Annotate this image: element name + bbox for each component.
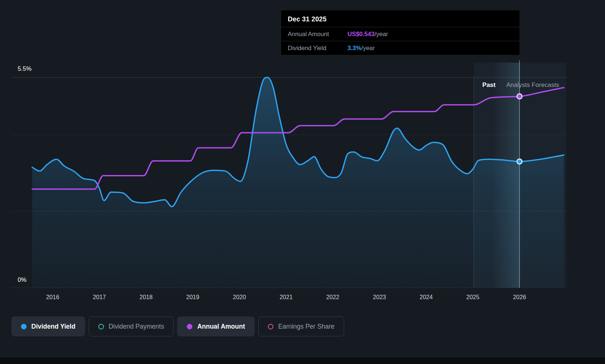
x-axis-year-label: 2021 (280, 294, 293, 300)
x-axis-year-label: 2018 (140, 294, 153, 300)
x-axis-year-label: 2024 (420, 294, 433, 300)
legend-label: Dividend Payments (109, 323, 164, 330)
x-axis-year-label: 2016 (46, 294, 59, 300)
tooltip-row-label: Annual Amount (288, 31, 347, 38)
tooltip-annual-amount-value: US$0.543 (347, 31, 374, 37)
legend-annual-amount[interactable]: Annual Amount (177, 316, 255, 336)
dividend-yield-marker (517, 159, 522, 164)
tooltip-dividend-yield-value: 3.3% (347, 45, 361, 51)
legend-dividend-yield[interactable]: Dividend Yield (11, 316, 85, 336)
x-axis-year-label: 2017 (93, 294, 106, 300)
tooltip-row-value: US$0.543/year (347, 31, 388, 38)
past-label: Past (452, 81, 496, 89)
dividend-yield-dot-icon (21, 324, 27, 329)
legend-label: Earnings Per Share (278, 323, 335, 330)
legend-label: Dividend Yield (31, 323, 76, 330)
x-axis-year-label: 2023 (373, 294, 386, 300)
chart-tooltip: Dec 31 2025 Annual Amount US$0.543/year … (281, 10, 520, 55)
dividend-payments-ring-icon (98, 324, 104, 329)
annual-amount-marker (517, 94, 522, 99)
x-axis-year-label: 2020 (233, 294, 246, 300)
dividend-chart-widget: 5.5%0%2016201720182019202020212022202320… (0, 0, 605, 364)
tooltip-row-annual-amount: Annual Amount US$0.543/year (281, 27, 520, 41)
y-axis-bottom-label: 0% (18, 276, 27, 283)
tooltip-row-dividend-yield: Dividend Yield 3.3%/year (281, 41, 520, 55)
tooltip-row-label: Dividend Yield (288, 45, 347, 52)
x-axis-year-label: 2026 (513, 294, 526, 300)
earnings-per-share-ring-icon (268, 324, 273, 329)
x-axis-year-label: 2025 (466, 294, 480, 300)
tooltip-suffix: /year (374, 31, 388, 37)
footer-strip (0, 357, 605, 364)
x-axis-year-label: 2019 (186, 294, 199, 300)
y-axis-top-label: 5.5% (18, 65, 32, 72)
tooltip-row-value: 3.3%/year (347, 45, 375, 52)
legend-earnings-per-share[interactable]: Earnings Per Share (258, 316, 344, 336)
annual-amount-dot-icon (187, 324, 192, 329)
tooltip-date: Dec 31 2025 (281, 10, 520, 27)
legend: Dividend Yield Dividend Payments Annual … (11, 316, 344, 336)
legend-label: Annual Amount (197, 323, 245, 330)
forecast-label: Analysts Forecasts (506, 81, 559, 89)
legend-dividend-payments[interactable]: Dividend Payments (89, 316, 174, 336)
x-axis-year-label: 2022 (326, 294, 339, 300)
tooltip-suffix: /year (361, 45, 375, 51)
